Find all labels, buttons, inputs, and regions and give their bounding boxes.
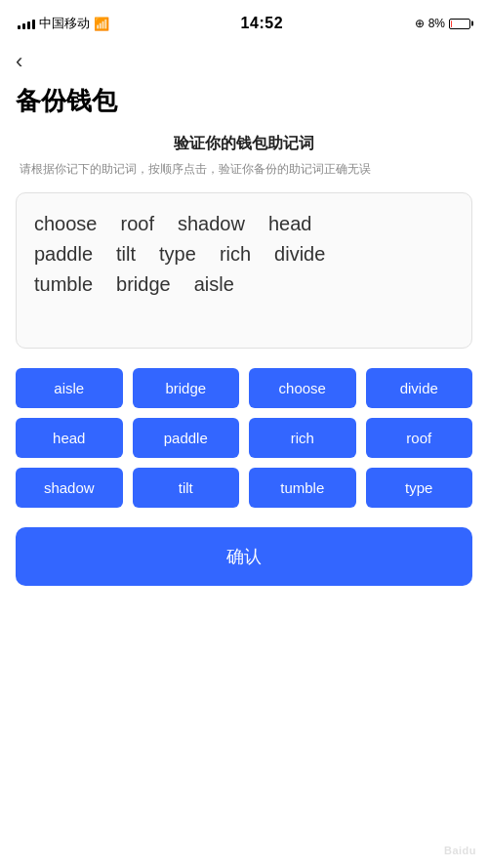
word-btn-tilt[interactable]: tilt (133, 468, 240, 508)
display-word-type: type (159, 243, 196, 266)
word-btn-choose[interactable]: choose (249, 368, 356, 408)
word-buttons-grid: aisle bridge choose divide head paddle r… (0, 368, 488, 508)
location-icon: ⊕ (415, 17, 425, 30)
status-time: 14:52 (241, 15, 283, 32)
section-desc: 请根据你记下的助记词，按顺序点击，验证你备份的助记词正确无误 (0, 160, 488, 179)
page-title: 备份钱包 (0, 76, 488, 134)
signal-icon (18, 18, 35, 29)
display-word-rich: rich (220, 243, 251, 266)
carrier-label: 中国移动 (39, 15, 90, 32)
word-display-row-2: paddle tilt type rich divide (34, 243, 454, 266)
word-display-box: choose roof shadow head paddle tilt type… (16, 192, 472, 349)
display-word-tilt: tilt (116, 243, 136, 266)
word-btn-bridge[interactable]: bridge (133, 368, 240, 408)
word-btn-type[interactable]: type (366, 468, 473, 508)
word-btn-roof[interactable]: roof (366, 418, 473, 458)
display-word-roof: roof (121, 213, 154, 235)
confirm-button[interactable]: 确认 (16, 527, 472, 586)
display-word-bridge: bridge (116, 273, 171, 296)
display-word-aisle: aisle (194, 273, 234, 296)
word-display-row-3: tumble bridge aisle (34, 273, 454, 296)
word-display-row-1: choose roof shadow head (34, 213, 454, 235)
word-btn-paddle[interactable]: paddle (133, 418, 240, 458)
display-word-divide: divide (274, 243, 325, 266)
back-arrow-icon: ‹ (16, 49, 22, 73)
back-button[interactable]: ‹ (0, 43, 488, 76)
wifi-icon: 📶 (94, 17, 109, 31)
status-bar: 中国移动 📶 14:52 ⊕ 8% (0, 0, 488, 43)
word-btn-tumble[interactable]: tumble (249, 468, 356, 508)
word-btn-shadow[interactable]: shadow (16, 468, 123, 508)
word-btn-aisle[interactable]: aisle (16, 368, 123, 408)
display-word-choose: choose (34, 213, 98, 235)
confirm-btn-container: 确认 (0, 527, 488, 586)
status-right: ⊕ 8% (415, 17, 470, 30)
word-btn-head[interactable]: head (16, 418, 123, 458)
display-word-head: head (268, 213, 312, 235)
display-word-tumble: tumble (34, 273, 93, 296)
status-left: 中国移动 📶 (18, 15, 109, 32)
battery-icon (449, 19, 470, 29)
word-btn-rich[interactable]: rich (249, 418, 356, 458)
display-word-paddle: paddle (34, 243, 93, 266)
watermark: Baidu (444, 845, 476, 856)
section-title: 验证你的钱包助记词 (0, 134, 488, 154)
word-btn-divide[interactable]: divide (366, 368, 473, 408)
display-word-shadow: shadow (178, 213, 245, 235)
battery-percent: 8% (428, 17, 445, 30)
